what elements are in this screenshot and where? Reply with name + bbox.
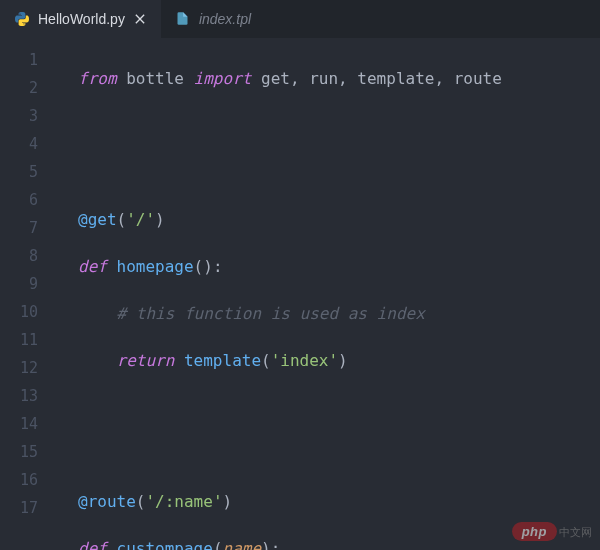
code-line: def homepage(): [78, 253, 600, 281]
tab-bar: HelloWorld.py index.tpl [0, 0, 600, 38]
code-line: @route('/:name') [78, 488, 600, 516]
line-number: 4 [0, 130, 58, 158]
line-number: 10 [0, 298, 58, 326]
line-number: 3 [0, 102, 58, 130]
code-line [78, 441, 600, 469]
generic-file-icon [175, 11, 191, 27]
python-file-icon [14, 11, 30, 27]
line-number: 1 [0, 46, 58, 74]
code-content[interactable]: from bottle import get, run, template, r… [58, 38, 600, 550]
tab-index-tpl[interactable]: index.tpl [161, 0, 265, 38]
line-number: 14 [0, 410, 58, 438]
tab-label: HelloWorld.py [38, 11, 125, 27]
line-number: 17 [0, 494, 58, 522]
line-number: 13 [0, 382, 58, 410]
code-line: from bottle import get, run, template, r… [78, 65, 600, 93]
close-icon[interactable] [133, 12, 147, 26]
line-number: 2 [0, 74, 58, 102]
line-number: 11 [0, 326, 58, 354]
code-line: return template('index') [78, 347, 600, 375]
line-number: 9 [0, 270, 58, 298]
line-number: 7 [0, 214, 58, 242]
line-number: 16 [0, 466, 58, 494]
code-line [78, 394, 600, 422]
editor-area: 1 2 3 4 5 6 7 8 9 10 11 12 13 14 15 16 1… [0, 38, 600, 550]
line-number: 6 [0, 186, 58, 214]
line-number: 8 [0, 242, 58, 270]
line-number: 12 [0, 354, 58, 382]
line-number: 15 [0, 438, 58, 466]
code-line [78, 112, 600, 140]
tab-helloworld-py[interactable]: HelloWorld.py [0, 0, 161, 38]
tab-label: index.tpl [199, 11, 251, 27]
code-line [78, 159, 600, 187]
code-line: # this function is used as index [78, 300, 600, 328]
line-number: 5 [0, 158, 58, 186]
code-line: @get('/') [78, 206, 600, 234]
code-line: def custompage(name): [78, 535, 600, 550]
line-number-gutter: 1 2 3 4 5 6 7 8 9 10 11 12 13 14 15 16 1… [0, 38, 58, 550]
